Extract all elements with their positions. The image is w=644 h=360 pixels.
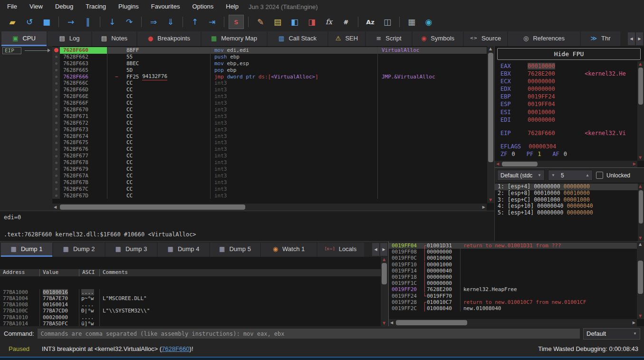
breakpoint-gutter[interactable] — [52, 87, 60, 93]
scrollbar-thumb[interactable] — [639, 190, 643, 224]
comment-button[interactable]: ▤ — [270, 15, 285, 29]
menu-item-view[interactable]: View — [25, 0, 48, 13]
tab-seh[interactable]: ⚠SEH — [328, 31, 365, 46]
run-to-user-code-button[interactable]: ⇒ — [146, 15, 161, 29]
argument-count-stepper[interactable]: ▼ 5 ▲ — [548, 170, 593, 181]
argument-row[interactable]: 1: [esp+4] 00000000 00000000 — [495, 184, 638, 190]
breakpoint-dot[interactable] — [55, 155, 58, 157]
registers-horizontal-scrollbar[interactable]: ◀ ▶ — [495, 161, 637, 167]
assemble-button[interactable]: ✎ — [253, 15, 268, 29]
scroll-down-icon[interactable]: ▼ — [639, 236, 642, 240]
disassembly-vertical-scrollbar[interactable]: ▲ ▼ — [487, 46, 494, 203]
menu-item-debug[interactable]: Debug — [50, 0, 78, 13]
dump-row[interactable]: 77BA101000020000.... — [0, 314, 381, 321]
dump-tab-dump-3[interactable]: ▦Dump 3 — [106, 243, 157, 257]
breakpoint-dot[interactable] — [55, 89, 58, 91]
tab-breakpoints[interactable]: ●Breakpoints — [137, 31, 201, 46]
breakpoint-dot[interactable] — [55, 181, 58, 184]
scrollbar-thumb[interactable] — [488, 53, 493, 162]
stack-row[interactable]: 0019FF18│00000000 — [389, 274, 637, 280]
run-trace-button[interactable]: ⇥ — [204, 15, 220, 29]
disasm-row[interactable]: 7628F675CCint3 — [52, 139, 487, 146]
register-row[interactable]: EDX00000000 — [500, 85, 637, 93]
disasm-row[interactable]: 7628F67CCCint3 — [52, 186, 487, 193]
scroll-down-icon[interactable]: ▼ — [639, 314, 642, 318]
breakpoint-gutter[interactable] — [52, 173, 60, 179]
scroll-right-icon[interactable]: ▶ — [633, 321, 635, 325]
scroll-right-icon[interactable]: ▶ — [633, 162, 636, 166]
tab-log[interactable]: ▤Log — [48, 31, 91, 46]
scroll-left-icon[interactable]: ◀ — [54, 205, 57, 209]
tab-cpu[interactable]: ▣CPU — [1, 31, 47, 46]
breakpoint-gutter[interactable] — [52, 80, 60, 87]
register-row[interactable]: EBX7628E200<kernel32.He — [500, 70, 637, 78]
breakpoint-dot[interactable] — [55, 102, 58, 105]
breakpoint-dot[interactable] — [55, 142, 58, 144]
disasm-row[interactable]: 7628F66DCCint3 — [52, 87, 487, 93]
stop-debugging-button[interactable]: ■ — [39, 15, 54, 29]
bookmark-button[interactable]: ◨ — [304, 15, 319, 29]
calculator-button[interactable]: ▦ — [404, 15, 419, 29]
breakpoint-gutter[interactable] — [52, 193, 60, 199]
tab-call-stack[interactable]: ▥Call Stack — [268, 31, 327, 46]
breakpoint-gutter[interactable] — [52, 159, 60, 166]
arguments-vertical-scrollbar[interactable]: ▲ ▼ — [638, 184, 644, 241]
dump-row[interactable]: 77BA100000180016.... — [0, 289, 381, 295]
scroll-down-icon[interactable]: ▼ — [383, 321, 385, 325]
tab-scroll-right-button[interactable]: ▶ — [636, 32, 643, 45]
breakpoint-gutter[interactable] — [52, 67, 60, 74]
dump-tab-scroll-left-button[interactable]: ◀ — [372, 243, 379, 256]
scroll-up-icon[interactable]: ▲ — [383, 258, 385, 262]
disasm-row[interactable]: 7628F678CCint3 — [52, 159, 487, 166]
breakpoint-gutter[interactable] — [52, 60, 60, 67]
scroll-down-icon[interactable]: ▼ — [639, 156, 642, 160]
scroll-right-icon[interactable]: ▶ — [482, 205, 485, 209]
breakpoint-dot[interactable] — [55, 135, 58, 137]
disasm-row[interactable]: 7628F6655Dpop ebp — [52, 67, 487, 74]
source-mode-button[interactable]: S — [229, 15, 244, 29]
breakpoint-gutter[interactable] — [52, 179, 60, 186]
disasm-row[interactable]: 7628F66FCCint3 — [52, 100, 487, 107]
disasm-row[interactable]: 7628F67DCCint3 — [52, 193, 487, 199]
step-into-button[interactable]: ↓ — [105, 15, 120, 29]
breakpoint-gutter[interactable] — [52, 186, 60, 193]
register-row[interactable]: ESI00010000 — [500, 108, 637, 116]
breakpoint-dot[interactable] — [55, 82, 58, 85]
stack-row[interactable]: 0019FF04┌01001D31return to new.01001D31 … — [389, 243, 637, 249]
breakpoint-dot[interactable] — [55, 148, 58, 151]
menu-item-favourites[interactable]: Favourites — [146, 0, 185, 13]
breakpoint-gutter[interactable] — [52, 47, 60, 54]
disasm-row[interactable]: 7628F671CCint3 — [52, 113, 487, 120]
stack-row[interactable]: 0019FF10│00001000 — [389, 262, 637, 268]
breakpoint-dot[interactable] — [55, 168, 58, 170]
breakpoint-dot[interactable] — [55, 62, 58, 65]
tab-source[interactable]: <>Source — [464, 31, 507, 46]
dump-row[interactable]: 77BA100800160014.... — [0, 302, 381, 308]
scroll-up-icon[interactable]: ▲ — [639, 185, 642, 188]
breakpoint-gutter[interactable] — [52, 139, 60, 146]
breakpoint-gutter[interactable] — [52, 166, 60, 173]
breakpoint-dot[interactable] — [55, 188, 58, 190]
dump-tab-dump-2[interactable]: ▦Dump 2 — [53, 243, 105, 257]
breakpoint-dot[interactable] — [55, 122, 58, 124]
registers-vertical-scrollbar[interactable]: ▲ ▼ — [637, 61, 644, 161]
stack-row[interactable]: 0019FF20│7628E200kernel32.HeapFree — [389, 286, 637, 292]
breakpoint-gutter[interactable] — [52, 120, 60, 126]
scrollbar-thumb[interactable] — [638, 68, 643, 105]
stack-vertical-scrollbar[interactable]: ▲ ▼ — [637, 242, 644, 319]
stack-row[interactable]: 0019FF14│00000040 — [389, 268, 637, 274]
breakpoint-dot[interactable] — [55, 69, 58, 71]
argument-row[interactable]: 2: [esp+8] 00010000 00010000 — [495, 190, 638, 197]
stack-row[interactable]: 0019FF08│00000000 — [389, 249, 637, 255]
dump-row[interactable]: 77BA100477BA7E70p~°wL"MSCOREE.DLL" — [0, 295, 381, 302]
scroll-left-icon[interactable]: ◀ — [496, 162, 499, 166]
breakpoint-gutter[interactable] — [52, 113, 60, 120]
argument-row[interactable]: 4: [esp+10] 00000040 00000040 — [495, 203, 638, 210]
breakpoint-dot[interactable] — [55, 128, 58, 131]
register-row[interactable]: ECX00000000 — [500, 78, 637, 85]
disasm-row[interactable]: 7628F677CCint3 — [52, 153, 487, 159]
scroll-up-icon[interactable]: ▲ — [489, 47, 492, 51]
menu-item-plugins[interactable]: Plugins — [114, 0, 144, 13]
breakpoint-gutter[interactable] — [52, 146, 60, 153]
hide-fpu-button[interactable]: Hide FPU — [497, 48, 641, 60]
